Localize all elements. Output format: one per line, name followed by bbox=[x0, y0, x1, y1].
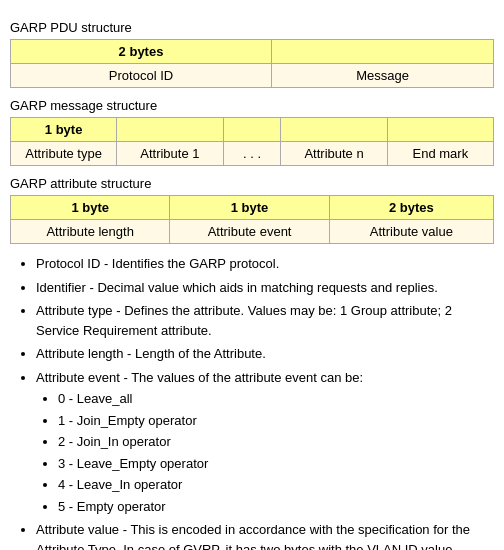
pdu-data-row: Protocol ID Message bbox=[11, 64, 494, 88]
attribute-value: Attribute value bbox=[329, 220, 493, 244]
message-header-row: 1 byte bbox=[11, 118, 494, 142]
section-garp-pdu: GARP PDU structure 2 bytes Protocol ID M… bbox=[10, 20, 494, 88]
message-attr-n: Attribute n bbox=[281, 142, 387, 166]
section-garp-message: GARP message structure 1 byte Attribute … bbox=[10, 98, 494, 166]
bullet-sub-item-3: 3 - Leave_Empty operator bbox=[58, 454, 494, 474]
bullet-sub-item-2: 2 - Join_In operator bbox=[58, 432, 494, 452]
message-end-mark: End mark bbox=[387, 142, 493, 166]
bullet-section: Protocol ID - Identifies the GARP protoc… bbox=[10, 254, 494, 550]
bullet-item-5: Attribute value - This is encoded in acc… bbox=[36, 520, 494, 550]
bullet-item-3: Attribute length - Length of the Attribu… bbox=[36, 344, 494, 364]
attribute-header-2bytes: 2 bytes bbox=[329, 196, 493, 220]
attribute-header-1byte-1: 1 byte bbox=[11, 196, 170, 220]
bullet-item-0: Protocol ID - Identifies the GARP protoc… bbox=[36, 254, 494, 274]
message-header-empty2 bbox=[223, 118, 281, 142]
bullet-list: Protocol ID - Identifies the GARP protoc… bbox=[14, 254, 494, 550]
bullet-item-4: Attribute event - The values of the attr… bbox=[36, 368, 494, 517]
pdu-message: Message bbox=[272, 64, 494, 88]
bullet-sub-item-1: 1 - Join_Empty operator bbox=[58, 411, 494, 431]
pdu-protocol-id: Protocol ID bbox=[11, 64, 272, 88]
pdu-header-row: 2 bytes bbox=[11, 40, 494, 64]
attribute-length: Attribute length bbox=[11, 220, 170, 244]
message-header-empty3 bbox=[281, 118, 387, 142]
bullet-item-2: Attribute type - Defines the attribute. … bbox=[36, 301, 494, 340]
section-title-attribute: GARP attribute structure bbox=[10, 176, 494, 191]
bullet-sub-item-5: 5 - Empty operator bbox=[58, 497, 494, 517]
attribute-event: Attribute event bbox=[170, 220, 329, 244]
message-attr-1: Attribute 1 bbox=[117, 142, 223, 166]
message-dots: . . . bbox=[223, 142, 281, 166]
message-table: 1 byte Attribute type Attribute 1 . . . … bbox=[10, 117, 494, 166]
section-garp-attribute: GARP attribute structure 1 byte 1 byte 2… bbox=[10, 176, 494, 244]
message-header-empty4 bbox=[387, 118, 493, 142]
attribute-header-1byte-2: 1 byte bbox=[170, 196, 329, 220]
pdu-header-empty bbox=[272, 40, 494, 64]
section-title-message: GARP message structure bbox=[10, 98, 494, 113]
message-header-1byte: 1 byte bbox=[11, 118, 117, 142]
message-data-row: Attribute type Attribute 1 . . . Attribu… bbox=[11, 142, 494, 166]
attribute-header-row: 1 byte 1 byte 2 bytes bbox=[11, 196, 494, 220]
message-header-empty1 bbox=[117, 118, 223, 142]
pdu-table: 2 bytes Protocol ID Message bbox=[10, 39, 494, 88]
attribute-table: 1 byte 1 byte 2 bytes Attribute length A… bbox=[10, 195, 494, 244]
attribute-data-row: Attribute length Attribute event Attribu… bbox=[11, 220, 494, 244]
message-attr-type: Attribute type bbox=[11, 142, 117, 166]
pdu-header-bytes: 2 bytes bbox=[11, 40, 272, 64]
bullet-sub-item-4: 4 - Leave_In operator bbox=[58, 475, 494, 495]
bullet-item-1: Identifier - Decimal value which aids in… bbox=[36, 278, 494, 298]
bullet-sub-item-0: 0 - Leave_all bbox=[58, 389, 494, 409]
bullet-sub-list: 0 - Leave_all 1 - Join_Empty operator 2 … bbox=[36, 389, 494, 516]
section-title-pdu: GARP PDU structure bbox=[10, 20, 494, 35]
